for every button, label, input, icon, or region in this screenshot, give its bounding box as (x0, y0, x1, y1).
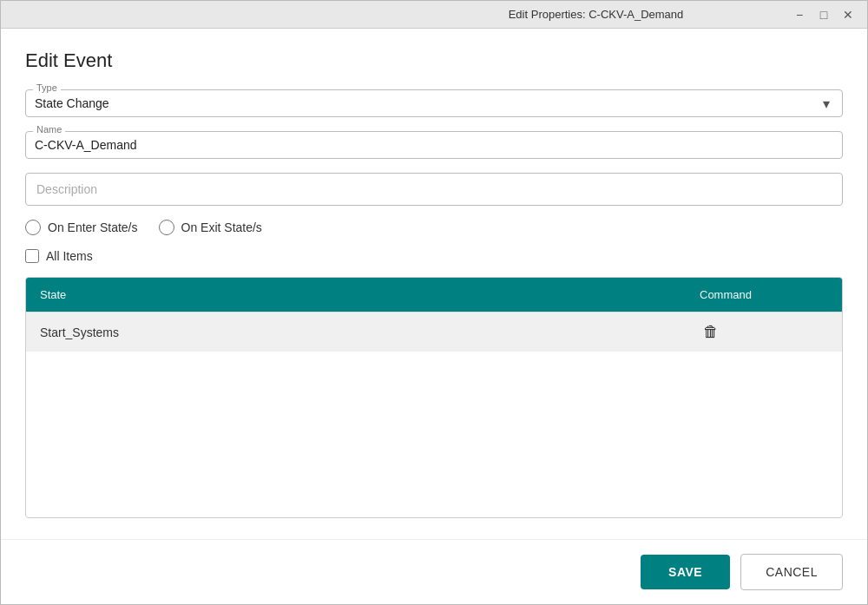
type-label: Type (33, 82, 61, 93)
state-command-table: State Command Start_Systems 🗑 (25, 277, 843, 518)
on-enter-radio-label[interactable]: On Enter State/s (25, 220, 138, 235)
content-area: Edit Event Type State Change ▾ Name On E… (1, 29, 867, 539)
all-items-checkbox-label[interactable]: All Items (25, 249, 843, 263)
cancel-button[interactable]: CANCEL (740, 554, 843, 590)
close-button[interactable]: ✕ (839, 6, 857, 23)
type-field-group: Type State Change ▾ (25, 89, 843, 117)
command-column-header: Command (686, 278, 842, 312)
delete-row-button[interactable]: 🗑 (700, 319, 722, 345)
table-header: State Command (26, 278, 842, 312)
type-select[interactable]: State Change (35, 96, 833, 110)
state-cell: Start_Systems (26, 315, 686, 350)
on-enter-radio-text: On Enter State/s (48, 220, 138, 234)
name-input[interactable] (35, 138, 833, 152)
all-items-checkbox[interactable] (25, 249, 39, 263)
type-select-wrapper: State Change ▾ (35, 95, 833, 111)
window-controls: − □ ✕ (791, 6, 857, 23)
name-field-group: Name (25, 131, 843, 159)
description-input[interactable] (25, 173, 843, 206)
window-title: Edit Properties: C-CKV-A_Demand (401, 8, 791, 21)
page-title: Edit Event (25, 49, 843, 72)
footer: SAVE CANCEL (1, 539, 867, 604)
maximize-button[interactable]: □ (815, 6, 832, 23)
state-column-header: State (26, 278, 686, 312)
on-exit-radio-label[interactable]: On Exit State/s (159, 220, 262, 235)
state-radio-group: On Enter State/s On Exit State/s (25, 220, 843, 235)
on-exit-radio[interactable] (159, 220, 174, 235)
name-label: Name (33, 124, 65, 135)
table-row: Start_Systems 🗑 (26, 312, 842, 352)
minimize-button[interactable]: − (791, 6, 808, 23)
on-exit-radio-text: On Exit State/s (181, 220, 262, 234)
save-button[interactable]: SAVE (641, 555, 730, 589)
on-enter-radio[interactable] (25, 220, 41, 235)
title-bar: Edit Properties: C-CKV-A_Demand − □ ✕ (1, 1, 867, 29)
command-cell: 🗑 (686, 312, 842, 352)
all-items-text: All Items (46, 249, 93, 263)
main-window: Edit Properties: C-CKV-A_Demand − □ ✕ Ed… (0, 0, 868, 605)
